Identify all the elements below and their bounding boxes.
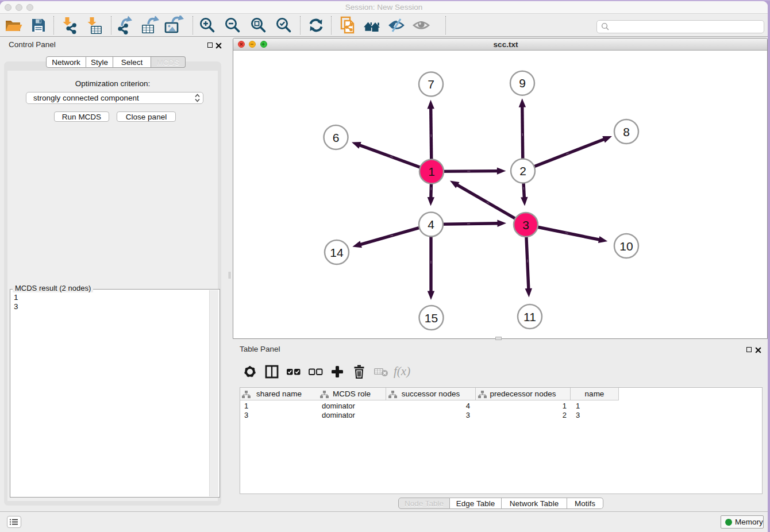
- svg-text:11: 11: [523, 310, 536, 323]
- svg-text:3: 3: [522, 218, 529, 232]
- svg-text:15: 15: [425, 311, 438, 325]
- svg-text:6: 6: [333, 131, 340, 144]
- svg-text:14: 14: [330, 246, 344, 259]
- svg-text:4: 4: [428, 218, 434, 231]
- svg-text:9: 9: [519, 76, 526, 90]
- svg-text:2: 2: [519, 164, 526, 178]
- svg-text:1: 1: [428, 165, 435, 178]
- svg-text:8: 8: [623, 125, 630, 138]
- svg-text:7: 7: [428, 78, 434, 91]
- svg-text:10: 10: [619, 240, 633, 253]
